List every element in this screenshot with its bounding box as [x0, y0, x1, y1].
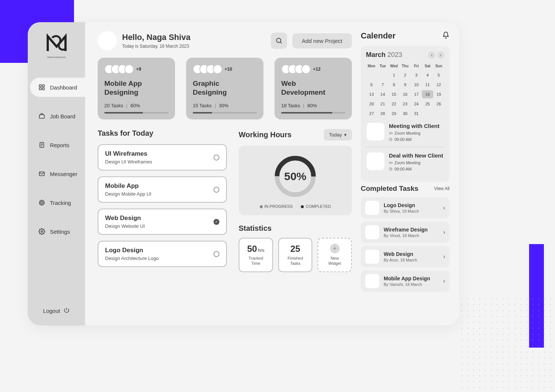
- view-all-link[interactable]: View All: [434, 186, 450, 191]
- stat-number: 50: [247, 244, 257, 254]
- sidebar-item-messenger[interactable]: Messenger: [30, 164, 85, 183]
- task-title: Logo Design: [105, 247, 159, 254]
- task-status-icon[interactable]: [213, 251, 219, 257]
- svg-point-10: [41, 231, 43, 233]
- cal-day[interactable]: 11: [422, 81, 433, 89]
- completed-task-item[interactable]: Wireframe DesignBy Vinod, 18 March›: [361, 222, 450, 243]
- cal-day[interactable]: 16: [400, 90, 411, 98]
- task-item[interactable]: Mobile AppDesign Mobile App UI: [98, 176, 227, 203]
- cal-day[interactable]: 4: [422, 71, 433, 79]
- cal-day[interactable]: 31: [411, 109, 422, 118]
- logout-button[interactable]: Logout: [43, 307, 70, 314]
- bell-icon: [442, 31, 450, 39]
- grid-icon: [38, 84, 46, 91]
- cal-day[interactable]: 27: [366, 109, 377, 118]
- svg-point-11: [276, 38, 281, 43]
- cal-day[interactable]: 1: [388, 71, 400, 79]
- cal-day[interactable]: 20: [366, 100, 377, 108]
- cal-day-header: Thu: [400, 62, 411, 70]
- cal-day[interactable]: 28: [377, 109, 388, 118]
- cal-day[interactable]: 21: [377, 100, 388, 108]
- calendar-event[interactable]: Meeting with Client▭ Zoom Meeting◷ 09:00…: [366, 118, 444, 147]
- completed-task-item[interactable]: Logo DesignBy Shiva, 18 March›: [361, 197, 450, 219]
- cal-day[interactable]: 29: [388, 109, 400, 118]
- cal-day[interactable]: 23: [400, 100, 411, 108]
- task-item[interactable]: Logo DesignDesign Architecture Logo: [98, 241, 227, 267]
- sidebar-item-settings[interactable]: Settings: [30, 222, 85, 241]
- task-status-icon[interactable]: [213, 187, 219, 193]
- member-avatars: +9: [104, 64, 168, 74]
- decor-dots: [459, 296, 555, 392]
- period-label: Today: [329, 132, 342, 138]
- cal-day[interactable]: 5: [433, 71, 444, 79]
- sidebar-item-tracking[interactable]: Tracking: [30, 193, 85, 212]
- greeting: Hello, Naga Shiva: [122, 33, 191, 42]
- mail-icon: [38, 170, 46, 178]
- task-subtitle: Design Mobile App UI: [105, 191, 151, 197]
- cal-day[interactable]: 2: [400, 71, 411, 79]
- cal-day[interactable]: 7: [377, 81, 388, 89]
- sidebar-item-dashboard[interactable]: Dashboard: [30, 78, 85, 97]
- add-project-button[interactable]: Add new Project: [292, 33, 352, 48]
- working-hours-column: Working Hours Today ▾ 50%: [239, 129, 352, 273]
- working-hours-header: Working Hours Today ▾: [239, 129, 352, 141]
- cal-day[interactable]: 9: [400, 81, 411, 89]
- mid-row: Tasks for Today UI WireframesDesign UI W…: [98, 129, 352, 273]
- cal-day[interactable]: 24: [411, 100, 422, 108]
- cal-day[interactable]: 12: [433, 81, 444, 89]
- cal-day[interactable]: 19: [433, 90, 444, 98]
- sidebar-item-reports[interactable]: Reports: [30, 135, 85, 155]
- cal-day-header: Mon: [366, 62, 377, 70]
- search-button[interactable]: [271, 33, 287, 49]
- project-card[interactable]: +9Mobile AppDesigning20 Tasks|60%: [98, 58, 175, 119]
- completed-task-item[interactable]: Mobile App DesignBy Vamshi, 18 March›: [361, 270, 450, 292]
- cal-day[interactable]: 10: [411, 81, 422, 89]
- cal-day[interactable]: 14: [377, 90, 388, 98]
- cal-day[interactable]: 22: [388, 100, 400, 108]
- cal-day[interactable]: 30: [400, 109, 411, 118]
- briefcase-icon: [38, 112, 46, 120]
- period-selector[interactable]: Today ▾: [324, 129, 352, 141]
- cal-day[interactable]: 17: [411, 90, 422, 98]
- cal-day[interactable]: 25: [422, 100, 433, 108]
- right-column: Calender March 2023 ‹ › MonTueWedThuFr: [361, 31, 450, 317]
- cal-day[interactable]: 6: [366, 81, 377, 89]
- cal-day[interactable]: 13: [366, 90, 377, 98]
- cal-next-button[interactable]: ›: [437, 51, 444, 59]
- cal-day[interactable]: 18: [422, 90, 433, 98]
- gear-icon: [38, 228, 46, 235]
- task-item[interactable]: UI WireframesDesign UI Wireframes: [98, 144, 227, 170]
- member-overflow: +9: [136, 67, 141, 72]
- sidebar-item-job-board[interactable]: Job Board: [30, 107, 85, 126]
- event-thumb: [367, 152, 384, 170]
- statistics-title: Statistics: [239, 224, 352, 233]
- cal-day[interactable]: 26: [433, 100, 444, 108]
- cal-prev-button[interactable]: ‹: [428, 51, 435, 59]
- cal-day[interactable]: 3: [411, 71, 422, 79]
- project-title: Mobile AppDesigning: [104, 79, 168, 98]
- project-card[interactable]: +10GraphicDesigning15 Tasks|30%: [186, 58, 263, 119]
- completed-task-item[interactable]: Web DesignBy Arun, 18 March›: [361, 246, 450, 267]
- ct-sub: By Vamshi, 18 March: [384, 282, 430, 287]
- add-widget-button[interactable]: + NewWidget: [317, 238, 352, 272]
- completed-tasks-title: Completed Tasks: [361, 185, 418, 193]
- notifications-button[interactable]: [442, 31, 450, 40]
- tasks-list: UI WireframesDesign UI WireframesMobile …: [98, 144, 227, 267]
- working-hours-title: Working Hours: [239, 131, 292, 139]
- ct-sub: By Arun, 18 March: [384, 258, 417, 262]
- project-card[interactable]: +12WebDevelopment18 Tasks|80%: [275, 58, 352, 119]
- cal-day[interactable]: 8: [388, 81, 400, 89]
- task-item[interactable]: Web DesignDesign Website UI✓: [98, 209, 227, 235]
- calendar-event[interactable]: Deal with New Client▭ Zoom Meeting◷ 09:0…: [366, 147, 444, 176]
- main-area: Hello, Naga Shiva Today is Saturday, 18 …: [85, 22, 459, 325]
- cal-day[interactable]: 15: [388, 90, 400, 98]
- chevron-right-icon: ›: [443, 229, 445, 236]
- sidebar-item-label: Settings: [50, 229, 70, 235]
- event-time: ◷ 09:00 AM: [389, 137, 444, 142]
- task-status-icon[interactable]: ✓: [213, 219, 219, 225]
- ct-sub: By Vinod, 18 March: [384, 233, 428, 238]
- event-via: ▭ Zoom Meeting: [389, 160, 444, 165]
- task-status-icon[interactable]: [213, 155, 219, 160]
- logo-icon: [45, 32, 68, 55]
- user-avatar[interactable]: [98, 31, 117, 50]
